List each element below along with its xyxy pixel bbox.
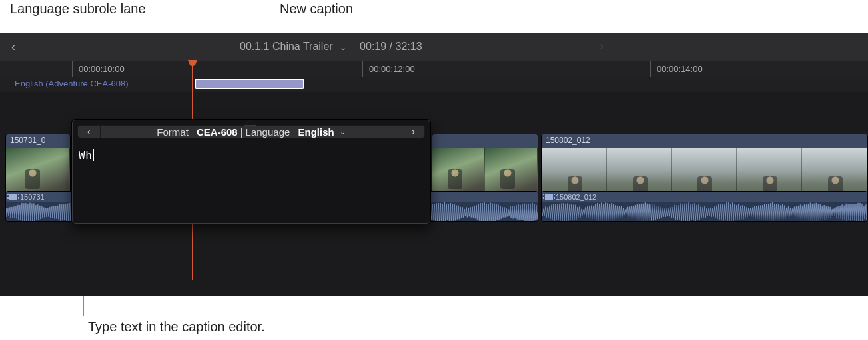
caption-typed-text: Wh — [79, 149, 92, 162]
history-back-button[interactable]: ‹ — [0, 40, 27, 54]
caption-lane[interactable]: English (Adventure CEA-608) — [0, 77, 868, 92]
clip-title: 150802_012 — [542, 134, 867, 148]
filmstrip-icon — [545, 194, 553, 200]
timeline-editor: ‹ › 00.1.1 China Trailer ⌄ 00:19 / 32:13… — [0, 33, 868, 296]
language-label: Language — [246, 126, 290, 138]
chevron-down-icon: ⌄ — [340, 128, 346, 136]
format-label: Format — [157, 126, 189, 138]
prev-caption-button[interactable]: ‹ — [77, 125, 100, 138]
clip-title — [432, 134, 538, 148]
language-value: English — [298, 126, 334, 138]
clip-title: 150731_0 — [6, 134, 70, 148]
audio-waveform — [542, 202, 867, 222]
format-value: CEA-608 — [197, 126, 238, 138]
caption-clip[interactable] — [195, 79, 304, 89]
project-title-text: 00.1.1 China Trailer — [240, 41, 333, 52]
timeline-ruler[interactable]: 00:00:10:00 00:00:12:00 00:00:14:00 — [0, 61, 868, 77]
caption-editor-header: ‹ Format CEA-608 | Language English ⌄ › — [72, 120, 430, 144]
caption-format-selector[interactable]: Format CEA-608 | Language English ⌄ — [100, 125, 402, 138]
ruler-tick: 00:00:14:00 — [657, 64, 703, 74]
next-caption-button[interactable]: › — [402, 125, 425, 138]
format-separator: | — [240, 126, 243, 138]
caption-text-area[interactable]: Wh — [72, 144, 430, 224]
titlebar: ‹ › 00.1.1 China Trailer ⌄ 00:19 / 32:13 — [0, 33, 868, 61]
history-forward-button[interactable]: › — [588, 39, 615, 53]
text-cursor — [93, 149, 94, 161]
caption-editor-popover: ‹ Format CEA-608 | Language English ⌄ › … — [71, 119, 431, 224]
ruler-tick: 00:00:12:00 — [369, 64, 415, 74]
callout-new-caption: New caption — [280, 1, 353, 17]
filmstrip-icon — [9, 194, 17, 200]
audio-clip-label: 150731 — [20, 193, 45, 201]
project-title[interactable]: 00.1.1 China Trailer ⌄ — [240, 41, 346, 53]
audio-clip[interactable]: 150802_012 — [541, 191, 868, 222]
caption-text-input[interactable]: Wh — [79, 149, 94, 162]
caption-lane-label: English (Adventure CEA-608) — [15, 79, 129, 88]
callout-lane-label: Language subrole lane — [10, 1, 146, 17]
timecode-readout: 00:19 / 32:13 — [360, 41, 422, 53]
elapsed-time: 00:19 — [360, 41, 386, 52]
ruler-tick: 00:00:10:00 — [79, 64, 125, 74]
audio-clip-label: 150802_012 — [556, 193, 596, 201]
total-duration: 32:13 — [395, 41, 422, 52]
callout-type-text: Type text in the caption editor. — [88, 319, 265, 335]
chevron-down-icon: ⌄ — [340, 43, 346, 52]
audio-clip-title: 150802_012 — [542, 192, 867, 202]
